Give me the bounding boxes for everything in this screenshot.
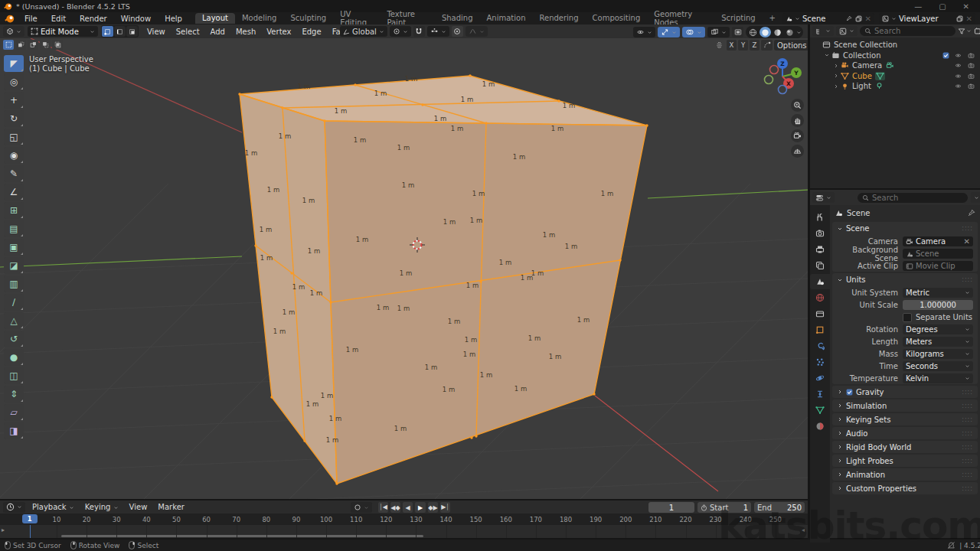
outliner-row-scene-collection[interactable]: Scene Collection [810, 40, 980, 51]
gravity-checkbox[interactable] [846, 389, 853, 396]
viewport-menu-add[interactable]: Add [205, 28, 230, 36]
tool-poly-build[interactable]: △ [4, 312, 24, 329]
camera-view-icon[interactable] [791, 129, 804, 142]
properties-tab-particles[interactable] [810, 354, 830, 370]
render-preview-button[interactable] [732, 27, 743, 37]
expand-icon[interactable] [833, 73, 841, 79]
unlink-scene-icon[interactable]: ✕ [865, 15, 871, 23]
workspace-tab-animation[interactable]: Animation [480, 13, 533, 24]
properties-options-button[interactable] [971, 192, 980, 203]
object-visibility-dropdown[interactable] [633, 27, 655, 37]
viewport-menu-view[interactable]: View [142, 28, 171, 36]
active-clip-field[interactable]: Movie Clip [903, 261, 973, 271]
timeline-menu-keying[interactable]: Keying [80, 503, 124, 511]
region-divider[interactable] [810, 188, 980, 190]
timeline-menu-view[interactable]: View [124, 503, 153, 511]
hide-viewport-toggle[interactable] [954, 83, 962, 90]
panel-audio-header[interactable]: Audio:::: [832, 427, 978, 439]
mirror-axis-x-button[interactable]: X [727, 40, 737, 51]
notifications-muted-icon[interactable] [947, 541, 956, 549]
expand-icon[interactable] [824, 52, 831, 58]
properties-tab-output[interactable] [810, 242, 830, 257]
menu-edit[interactable]: Edit [44, 15, 73, 23]
tool-smooth[interactable]: ● [4, 349, 24, 366]
outliner-item-label[interactable]: Scene Collection [834, 41, 897, 49]
tool-knife[interactable]: ∕ [4, 294, 24, 311]
tool-inset-faces[interactable]: ▣ [4, 239, 24, 256]
expand-icon[interactable] [833, 63, 841, 69]
tool-edge-slide[interactable]: ◫ [4, 367, 24, 384]
background-scene-field[interactable]: Scene [903, 249, 973, 259]
workspace-tab-layout[interactable]: Layout [195, 13, 235, 24]
viewlayer-selector[interactable]: ViewLayer ✕ [879, 13, 975, 24]
mirror-icon[interactable] [714, 40, 725, 51]
disable-render-toggle[interactable] [967, 83, 975, 90]
temperature-dropdown[interactable]: Kelvin [903, 373, 973, 383]
select-mode-extend[interactable] [15, 40, 26, 50]
outliner-item-label[interactable]: Cube [852, 72, 872, 80]
panel-drag-dots[interactable]: :::: [962, 389, 973, 396]
panel-scene-header[interactable]: Scene:::: [832, 222, 978, 235]
properties-tab-scene[interactable] [810, 274, 830, 289]
outliner-row-camera[interactable]: Camera [810, 60, 980, 71]
new-scene-icon[interactable] [855, 15, 862, 22]
properties-tab-object-data[interactable] [810, 403, 830, 418]
length-dropdown[interactable]: Meters [903, 337, 973, 347]
properties-search-input[interactable]: Search [858, 193, 968, 203]
panel-units-header[interactable]: Units:::: [832, 273, 978, 286]
unit-scale-slider[interactable]: 1.000000 [903, 300, 973, 310]
panel-drag-dots[interactable]: :::: [962, 458, 973, 465]
unit-system-dropdown[interactable]: Metric [903, 288, 973, 298]
clear-icon[interactable]: ✕ [964, 237, 970, 246]
play-reverse-button[interactable]: ◀ [403, 502, 413, 513]
menu-help[interactable]: Help [158, 15, 189, 23]
collapse-region-icon[interactable]: ◂ [802, 527, 805, 533]
frame-end-field[interactable]: End 250 [754, 502, 805, 513]
viewport-menu-vertex[interactable]: Vertex [261, 28, 296, 36]
workspace-tab-shading[interactable]: Shading [435, 13, 480, 24]
hide-viewport-toggle[interactable] [954, 73, 962, 80]
outliner-filter-dropdown[interactable] [836, 26, 858, 36]
timeline-menu-playback[interactable]: Playback [27, 503, 80, 511]
panel-gravity-header[interactable]: Gravity:::: [832, 386, 978, 398]
blender-app-icon[interactable] [5, 14, 15, 24]
gizmos-dropdown[interactable] [658, 27, 680, 37]
hide-viewport-toggle[interactable] [954, 62, 962, 69]
snap-settings-dropdown[interactable] [427, 26, 449, 37]
minimize-button[interactable]: — [914, 2, 922, 11]
properties-tab-constraints[interactable] [810, 386, 830, 402]
tool-spin[interactable]: ↺ [4, 331, 24, 347]
tool-add-cube[interactable]: ⊞ [4, 202, 24, 219]
menu-render[interactable]: Render [73, 15, 114, 23]
menu-window[interactable]: Window [114, 15, 158, 23]
play-button[interactable]: ▶ [415, 502, 426, 513]
edge-select-mode-button[interactable] [114, 26, 126, 37]
pivot-point-dropdown[interactable] [390, 26, 411, 37]
tool-extrude-region[interactable]: ▤ [4, 220, 24, 237]
outliner-item-label[interactable]: Camera [852, 61, 882, 70]
timeline-scrollbar[interactable] [61, 535, 423, 537]
menu-file[interactable]: File [18, 15, 44, 23]
outliner-row-cube[interactable]: Cube [810, 71, 980, 82]
properties-editor-type-button[interactable] [812, 192, 835, 203]
navigation-gizmo[interactable]: Z Y X [758, 54, 807, 101]
collection-checkbox[interactable] [942, 52, 949, 59]
outliner-filter-funnel-icon[interactable] [958, 27, 972, 35]
tool-move[interactable]: + [4, 92, 24, 109]
select-mode-set[interactable] [3, 40, 14, 50]
pan-hand-icon[interactable] [791, 114, 804, 127]
camera-data-icon[interactable] [885, 61, 895, 70]
timeline-editor-type-button[interactable] [3, 502, 25, 513]
mode-dropdown[interactable]: Edit Mode [28, 26, 98, 37]
tool-measure[interactable]: ∠ [4, 184, 24, 201]
snap-toggle-button[interactable] [413, 26, 425, 37]
next-keyframe-button[interactable]: ◆▶ [428, 502, 438, 513]
shading-wireframe-button[interactable] [747, 27, 759, 37]
properties-tab-object[interactable] [810, 322, 830, 337]
outliner-display-mode-dropdown[interactable] [812, 26, 834, 36]
properties-tab-tool[interactable] [810, 210, 830, 225]
frame-start-field[interactable]: Start 1 [697, 502, 751, 513]
shading-rendered-button[interactable] [784, 27, 795, 37]
workspace-tab-rendering[interactable]: Rendering [532, 13, 585, 24]
panel-drag-dots[interactable]: :::: [962, 430, 973, 437]
